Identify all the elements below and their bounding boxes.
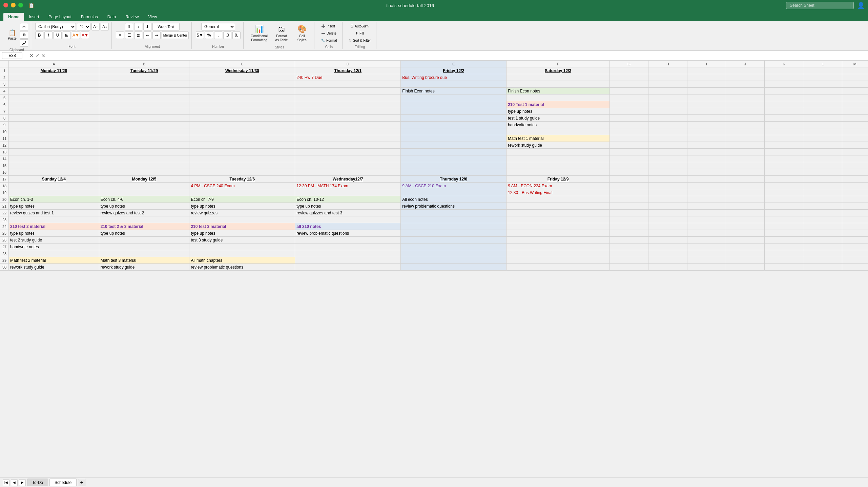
- cell-12-A[interactable]: [9, 142, 99, 149]
- cell-24-H[interactable]: [648, 223, 687, 230]
- cell-21-J[interactable]: [726, 203, 764, 210]
- cell-25-J[interactable]: [726, 230, 764, 237]
- cell-3-I[interactable]: [687, 81, 726, 88]
- cell-8-G[interactable]: [609, 115, 648, 122]
- sheet-nav-first[interactable]: |◀: [3, 479, 9, 486]
- cell-13-F[interactable]: [507, 149, 610, 155]
- cell-27-F[interactable]: [507, 244, 610, 250]
- cell-4-K[interactable]: [765, 88, 803, 94]
- cell-20-C[interactable]: Econ ch. 7-9: [189, 196, 295, 203]
- cell-18-I[interactable]: [687, 183, 726, 189]
- cell-3-J[interactable]: [726, 81, 764, 88]
- cell-18-D[interactable]: 12:30 PM - MATH 174 Exam: [295, 183, 401, 189]
- sort-filter-button[interactable]: ⇅ Sort & Filter: [347, 37, 373, 44]
- cell-23-L[interactable]: [803, 216, 842, 223]
- cell-26-E[interactable]: [401, 237, 507, 244]
- cell-23-B[interactable]: [99, 216, 189, 223]
- cell-11-K[interactable]: [765, 135, 803, 142]
- minimize-button[interactable]: [11, 3, 16, 7]
- underline-button[interactable]: U: [54, 31, 62, 39]
- cell-2-F[interactable]: [507, 74, 610, 81]
- cell-8-F[interactable]: test 1 study guide: [507, 115, 610, 122]
- cell-6-G[interactable]: [609, 101, 648, 108]
- cell-24-F[interactable]: [507, 223, 610, 230]
- cell-18-L[interactable]: [803, 183, 842, 189]
- cell-28-M[interactable]: [842, 250, 868, 257]
- cell-1-I[interactable]: [687, 67, 726, 74]
- cell-10-B[interactable]: [99, 128, 189, 135]
- cell-28-K[interactable]: [765, 250, 803, 257]
- cell-8-L[interactable]: [803, 115, 842, 122]
- cell-7-B[interactable]: [99, 108, 189, 115]
- cell-16-M[interactable]: [842, 169, 868, 176]
- cell-28-H[interactable]: [648, 250, 687, 257]
- decrease-font-button[interactable]: A↓: [101, 23, 109, 30]
- cell-9-D[interactable]: [295, 122, 401, 128]
- currency-button[interactable]: $▼: [196, 31, 204, 39]
- cell-23-K[interactable]: [765, 216, 803, 223]
- cell-16-K[interactable]: [765, 169, 803, 176]
- cell-17-M[interactable]: [842, 176, 868, 183]
- cell-13-J[interactable]: [726, 149, 764, 155]
- cell-1-L[interactable]: [803, 67, 842, 74]
- cell-5-E[interactable]: [401, 94, 507, 101]
- cell-10-G[interactable]: [609, 128, 648, 135]
- cell-16-L[interactable]: [803, 169, 842, 176]
- cell-20-M[interactable]: [842, 196, 868, 203]
- cell-reference-input[interactable]: [2, 52, 22, 59]
- cell-12-G[interactable]: [609, 142, 648, 149]
- cut-button[interactable]: ✂: [20, 23, 28, 30]
- cell-20-D[interactable]: Econ ch. 10-12: [295, 196, 401, 203]
- increase-decimal-button[interactable]: 0.: [232, 31, 241, 39]
- cell-18-H[interactable]: [648, 183, 687, 189]
- tab-data[interactable]: Data: [103, 13, 121, 21]
- cell-2-E[interactable]: Bus. Writing brocure due: [401, 74, 507, 81]
- tab-page-layout[interactable]: Page Layout: [44, 13, 76, 21]
- cell-6-M[interactable]: [842, 101, 868, 108]
- cell-12-C[interactable]: [189, 142, 295, 149]
- cell-26-C[interactable]: test 3 study guide: [189, 237, 295, 244]
- cell-13-A[interactable]: [9, 149, 99, 155]
- cell-24-A[interactable]: 210 test 2 material: [9, 223, 99, 230]
- align-center-button[interactable]: ☰: [125, 31, 133, 39]
- cell-7-F[interactable]: type up notes: [507, 108, 610, 115]
- increase-indent-button[interactable]: ⇥: [152, 31, 161, 39]
- cell-10-K[interactable]: [765, 128, 803, 135]
- cell-22-B[interactable]: review quizes and test 2: [99, 210, 189, 216]
- cell-2-M[interactable]: [842, 74, 868, 81]
- cell-5-L[interactable]: [803, 94, 842, 101]
- cell-22-L[interactable]: [803, 210, 842, 216]
- cell-30-J[interactable]: [726, 264, 764, 271]
- maximize-button[interactable]: [18, 3, 23, 7]
- cell-14-H[interactable]: [648, 155, 687, 162]
- cell-19-F[interactable]: 12:30 - Bus Writing Final: [507, 189, 610, 196]
- cell-29-L[interactable]: [803, 257, 842, 264]
- tab-formulas[interactable]: Formulas: [76, 13, 103, 21]
- cell-17-H[interactable]: [648, 176, 687, 183]
- formula-confirm-icon[interactable]: ✓: [36, 53, 40, 58]
- cell-30-D[interactable]: [295, 264, 401, 271]
- cell-5-G[interactable]: [609, 94, 648, 101]
- cell-5-K[interactable]: [765, 94, 803, 101]
- cell-9-K[interactable]: [765, 122, 803, 128]
- cell-16-C[interactable]: [189, 169, 295, 176]
- cell-29-B[interactable]: Math test 3 material: [99, 257, 189, 264]
- cell-26-G[interactable]: [609, 237, 648, 244]
- cell-29-H[interactable]: [648, 257, 687, 264]
- cell-26-M[interactable]: [842, 237, 868, 244]
- cell-28-J[interactable]: [726, 250, 764, 257]
- cell-29-F[interactable]: [507, 257, 610, 264]
- cell-20-H[interactable]: [648, 196, 687, 203]
- cell-21-G[interactable]: [609, 203, 648, 210]
- cell-15-A[interactable]: [9, 162, 99, 169]
- cell-21-F[interactable]: [507, 203, 610, 210]
- delete-button[interactable]: ➖ Delete: [319, 30, 339, 37]
- cell-17-E[interactable]: Thursday 12/8: [401, 176, 507, 183]
- cell-9-F[interactable]: handwrite notes: [507, 122, 610, 128]
- fill-button[interactable]: ⬇ Fill: [353, 30, 367, 37]
- cell-1-D[interactable]: Thursday 12/1: [295, 67, 401, 74]
- cell-3-E[interactable]: [401, 81, 507, 88]
- cell-27-J[interactable]: [726, 244, 764, 250]
- comma-button[interactable]: ,: [214, 31, 222, 39]
- cell-8-A[interactable]: [9, 115, 99, 122]
